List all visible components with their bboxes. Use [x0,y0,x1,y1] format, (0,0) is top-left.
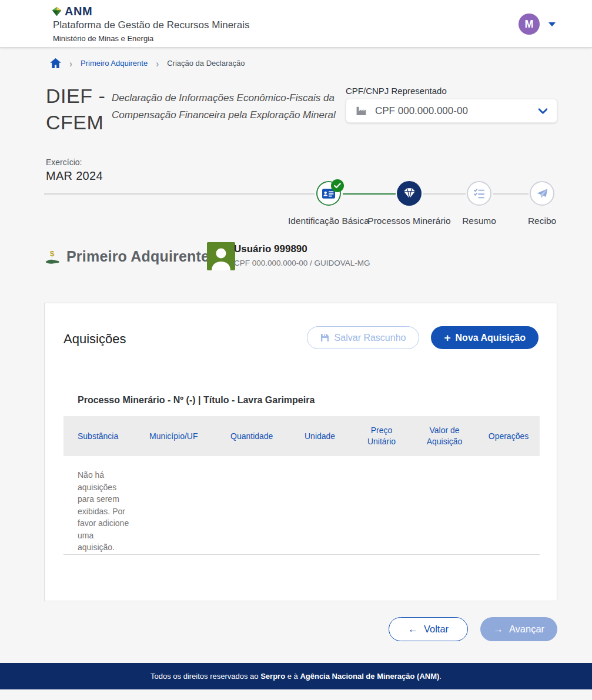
save-draft-label: Salvar Rascunho [335,333,406,343]
plus-icon [444,331,450,344]
page-description: Declaração de Informações Econômico-Fisc… [112,89,341,123]
empty-state-message: Não há aquisições para serem exibidas. P… [78,469,132,554]
acquirer-user-name: Usuário 999890 [234,243,307,255]
svg-text:$: $ [50,249,55,258]
new-acquisition-label: Nova Aquisição [456,333,526,343]
process-header: Processo Minerário - Nº (-) | Título - L… [78,395,315,406]
cpf-cnpj-value: CPF 000.000.000-00 [375,105,530,117]
hand-money-icon: $ [45,249,62,266]
chevron-down-icon[interactable] [548,22,556,26]
stepper-line-completed [343,193,396,195]
next-button[interactable]: Avançar [480,617,557,641]
user-menu[interactable]: M [519,14,556,35]
home-icon[interactable] [50,58,61,68]
acquisitions-title: Aquisições [63,331,126,347]
acquisitions-card: Aquisições Salvar Rascunho Nova Aquisiçã… [44,303,557,601]
check-badge-icon [331,179,344,192]
acquirer-user-info: CPF 000.000.000-00 / GUIDOVAL-MG [234,259,370,267]
wizard-stepper: Identificação Básica Processos Minerário… [44,181,557,247]
breadcrumb-separator: › [156,58,159,69]
save-draft-button[interactable]: Salvar Rascunho [307,326,420,349]
stepper-line [44,193,315,195]
floppy-disk-icon [320,333,329,342]
next-label: Avançar [509,624,544,635]
cpf-cnpj-select[interactable]: CPF 000.000.000-00 [346,99,557,123]
cpf-cnpj-label: CPF/CNPJ Representado [346,86,447,96]
breadcrumb-current: Criação da Declaração [167,59,245,68]
step-recibo[interactable] [530,181,554,206]
column-unidade: Unidade [290,431,352,442]
stepper-line [493,193,529,195]
anm-diamond-icon [52,6,62,16]
step-label-recibo: Recibo [498,214,586,228]
back-button[interactable]: Voltar [389,617,468,641]
paper-plane-icon [536,188,548,199]
column-preco-unitario: Preço Unitário [352,425,412,447]
page-footer: Todos os direitos reservados ao Serpro e… [0,663,592,689]
footer-serpro: Serpro [260,672,285,681]
brand-name: ANM [65,5,92,18]
step-processos-minerario[interactable] [397,181,422,206]
arrow-left-icon [408,624,418,635]
user-photo-placeholder [207,242,235,270]
footer-text: Todos os direitos reservados ao [150,672,260,681]
acquirer-section-title: Primeiro Adquirente [66,248,209,265]
empty-state-row: Não há aquisições para serem exibidas. P… [63,456,540,555]
acquisitions-table-header: Substância Município/UF Quantidade Unida… [63,416,540,456]
column-municipio-uf: Município/UF [135,431,216,442]
card-actions: Salvar Rascunho Nova Aquisição [307,326,539,349]
new-acquisition-button[interactable]: Nova Aquisição [431,326,539,349]
back-label: Voltar [424,624,449,635]
factory-icon [356,106,367,116]
wizard-navigation: Voltar Avançar [389,617,557,641]
ministry-subtitle: Ministério de Minas e Energia [53,34,153,43]
exercise-label: Exercício: [46,158,82,167]
footer-connector: e à [285,672,300,681]
gem-icon [403,187,416,199]
column-substancia: Substância [63,431,135,442]
step-label-identificacao: Identificação Básica [285,214,373,228]
arrow-right-icon [493,624,503,635]
stepper-line [423,193,466,195]
breadcrumb-separator: › [69,58,72,69]
footer-suffix: . [439,672,442,681]
platform-title: Plataforma de Gestão de Recursos Minerai… [53,19,250,31]
column-valor-aquisicao: Valor de Aquisição [412,425,477,447]
column-operacoes: Operações [477,431,540,442]
footer-anm: Agência Nacional de Mineração (ANM) [300,672,439,681]
chevron-down-icon[interactable] [539,108,547,114]
column-quantidade: Quantidade [216,431,290,442]
breadcrumb: › Primeiro Adquirente › Criação da Decla… [50,58,245,68]
step-resumo[interactable] [467,181,491,206]
person-icon [208,246,234,270]
checklist-icon [473,188,485,199]
app-header: ANM Plataforma de Gestão de Recursos Min… [0,0,592,48]
anm-logo[interactable]: ANM [52,5,92,18]
user-avatar[interactable]: M [519,14,540,35]
breadcrumb-link-primeiro-adquirente[interactable]: Primeiro Adquirente [81,59,148,68]
step-identificacao-basica[interactable] [316,181,341,206]
